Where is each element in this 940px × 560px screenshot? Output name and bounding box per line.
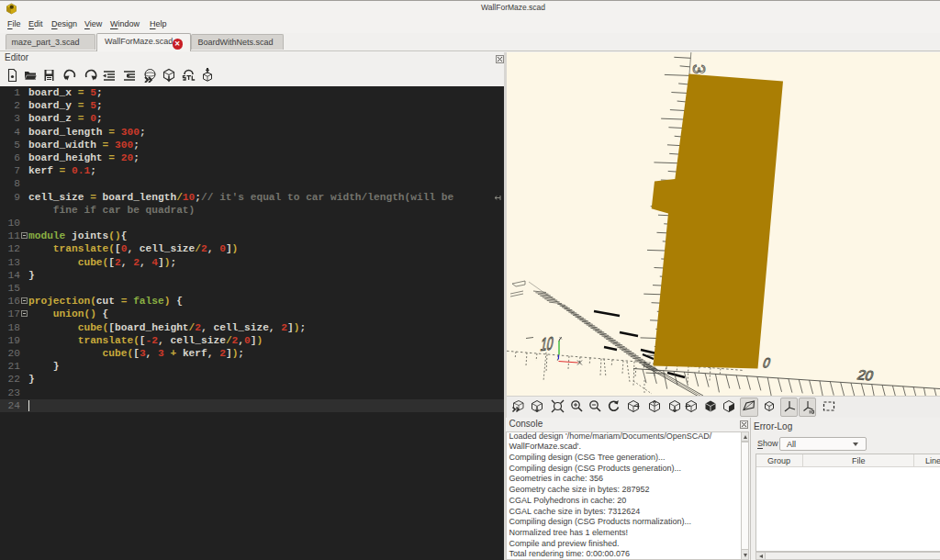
svg-text:3: 3	[689, 64, 709, 74]
